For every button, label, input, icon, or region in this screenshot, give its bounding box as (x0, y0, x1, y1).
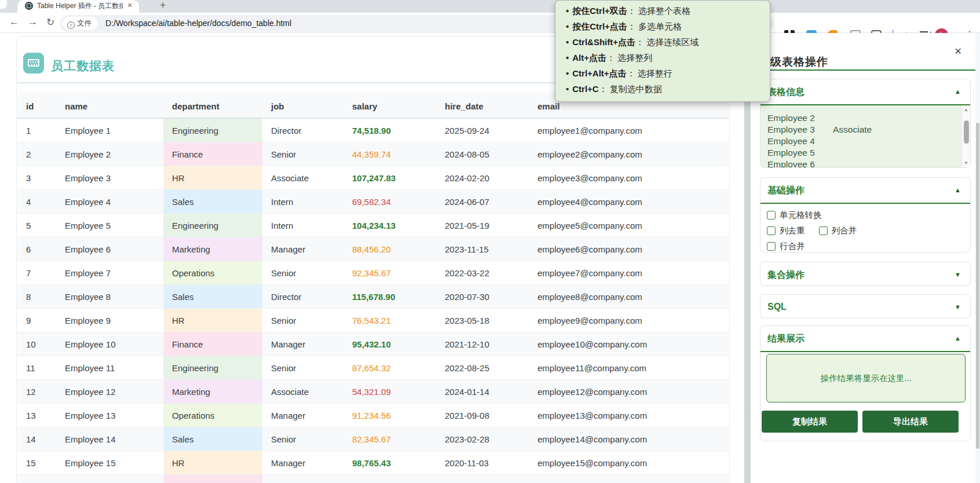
cell-department[interactable]: HR (163, 309, 262, 332)
cell-id[interactable]: 3 (17, 166, 56, 189)
cell-id[interactable]: 14 (17, 427, 56, 451)
file-scheme-chip[interactable]: i文件 (63, 17, 97, 30)
chevron-up-icon[interactable]: ▲ (955, 88, 961, 95)
page-scrollbar-thumb[interactable] (976, 123, 979, 449)
cell-email[interactable]: employee15@company.com (529, 451, 729, 474)
cell-job[interactable]: Associate (262, 380, 343, 403)
page-scrollbar[interactable] (975, 33, 980, 483)
selected-cells-list[interactable]: Employee 2Employee 3AssociateEmployee 4E… (760, 105, 962, 167)
cell-salary[interactable]: 61,234.56 (343, 475, 436, 483)
new-tab-icon[interactable]: + (160, 0, 166, 12)
cell-salary[interactable]: 54,321.09 (343, 380, 436, 403)
cell-hire-date[interactable]: 2023-11-15 (436, 237, 529, 261)
cell-department[interactable]: Operations (163, 261, 262, 284)
cell-hire-date[interactable]: 2021-09-08 (436, 404, 529, 427)
cell-id[interactable]: 8 (17, 285, 56, 308)
scroll-up-icon[interactable]: ▲ (964, 107, 968, 112)
cell-id[interactable]: 13 (17, 404, 56, 427)
cell-name[interactable]: Employee 7 (56, 261, 163, 284)
cell-salary[interactable]: 98,765.43 (343, 451, 436, 474)
cell-salary[interactable]: 88,456.20 (343, 237, 436, 261)
cell-id[interactable]: 5 (17, 214, 56, 237)
cell-name[interactable]: Employee 12 (56, 380, 163, 403)
cell-email[interactable]: employee14@company.com (529, 427, 729, 451)
cell-salary[interactable]: 107,247.83 (343, 166, 436, 189)
cell-job[interactable]: Manager (262, 404, 343, 427)
cell-department[interactable]: Engineering (163, 119, 262, 142)
cell-id[interactable]: 15 (17, 451, 56, 474)
back-icon[interactable]: ← (9, 16, 19, 28)
checkbox-icon[interactable] (767, 226, 776, 235)
cell-hire-date[interactable]: 2024-08-05 (436, 142, 529, 166)
cell-salary[interactable]: 115,678.90 (343, 285, 436, 308)
cell-name[interactable]: Employee 1 (56, 119, 163, 142)
cell-job[interactable]: Senior (262, 356, 343, 379)
cell-department[interactable]: HR (163, 166, 262, 189)
cell-hire-date[interactable]: 2021-05-19 (436, 214, 529, 237)
cell-salary[interactable]: 104,234.13 (343, 214, 436, 237)
cell-salary[interactable]: 69,582.34 (343, 190, 436, 213)
cell-email[interactable]: employee5@company.com (529, 214, 729, 237)
list-scrollbar[interactable]: ▲ ▼ (961, 105, 970, 167)
cell-id[interactable]: 11 (17, 356, 56, 379)
cell-email[interactable]: employee12@company.com (529, 380, 729, 403)
copy-result-button[interactable]: 复制结果 (762, 411, 858, 433)
cell-department[interactable]: Operations (163, 404, 262, 427)
cell-department[interactable]: Finance (163, 332, 262, 356)
cell-department[interactable]: Sales (163, 190, 262, 213)
cell-email[interactable]: employee9@company.com (529, 309, 729, 332)
section-header-sql[interactable]: SQL ▼ (760, 295, 970, 318)
cell-email[interactable]: employee10@company.com (529, 332, 729, 356)
cell-hire-date[interactable]: 2025-09-24 (436, 119, 529, 142)
cell-job[interactable]: Manager (262, 451, 343, 474)
cell-department[interactable]: Finance (163, 475, 262, 483)
cell-hire-date[interactable]: 2021-12-10 (436, 332, 529, 356)
cell-email[interactable]: employee2@company.com (529, 142, 729, 166)
cell-hire-date[interactable]: 2023-05-18 (436, 309, 529, 332)
cell-email[interactable]: employee4@company.com (529, 190, 729, 213)
cell-hire-date[interactable]: 2022-03-22 (436, 261, 529, 284)
cell-name[interactable]: Employee 5 (56, 214, 163, 237)
section-header-set-ops[interactable]: 集合操作 ▼ (760, 262, 970, 286)
checkbox-icon[interactable] (767, 211, 776, 219)
cell-email[interactable]: employee16@company.com (529, 475, 729, 483)
cell-name[interactable]: Employee 4 (56, 190, 163, 213)
cell-name[interactable]: Employee 10 (56, 332, 163, 356)
cell-salary[interactable]: 74,518.90 (343, 119, 436, 142)
cell-name[interactable]: Employee 14 (56, 427, 163, 451)
cell-name[interactable]: Employee 8 (56, 285, 163, 308)
cell-id[interactable]: 9 (17, 309, 56, 332)
chevron-up-icon[interactable]: ▲ (955, 335, 961, 342)
checkbox-icon[interactable] (767, 242, 776, 251)
cell-job[interactable]: Senior (262, 427, 343, 451)
chevron-up-icon[interactable]: ▲ (955, 186, 961, 193)
cell-hire-date[interactable]: 2023-02-28 (436, 427, 529, 451)
cell-hire-date[interactable]: 2020-07-30 (436, 285, 529, 308)
cell-department[interactable]: Sales (163, 427, 262, 451)
cell-department[interactable]: HR (163, 451, 262, 474)
cell-email[interactable]: employee1@company.com (529, 119, 729, 142)
cell-job[interactable]: Intern (262, 190, 343, 213)
cell-salary[interactable]: 91,234.56 (343, 404, 436, 427)
forward-icon[interactable]: → (28, 16, 38, 28)
cell-name[interactable]: Employee 15 (56, 451, 163, 474)
browser-tab[interactable]: Table Helper 插件 - 员工数据表 × (17, 0, 139, 13)
cell-hire-date[interactable]: 2024-01-14 (436, 380, 529, 403)
cell-salary[interactable]: 82,345.67 (343, 427, 436, 451)
option-列合并[interactable]: 列合并 (819, 225, 857, 236)
cell-name[interactable]: Employee 2 (56, 142, 163, 166)
cell-id[interactable]: 7 (17, 261, 56, 284)
cell-department[interactable]: Engineering (163, 356, 262, 379)
cell-id[interactable]: 10 (17, 332, 56, 356)
cell-department[interactable]: Finance (163, 142, 262, 166)
option-单元格转换[interactable]: 单元格转换 (767, 210, 822, 221)
cell-job[interactable]: Manager (262, 332, 343, 356)
cell-email[interactable]: employee3@company.com (529, 166, 729, 189)
cell-job[interactable]: Senior (262, 261, 343, 284)
cell-job[interactable]: Associate (262, 475, 343, 483)
cell-department[interactable]: Marketing (163, 237, 262, 261)
cell-name[interactable]: Employee 9 (56, 309, 163, 332)
cell-job[interactable]: Senior (262, 309, 343, 332)
cell-name[interactable]: Employee 16 (56, 475, 163, 483)
scrollbar-thumb[interactable] (964, 120, 969, 144)
